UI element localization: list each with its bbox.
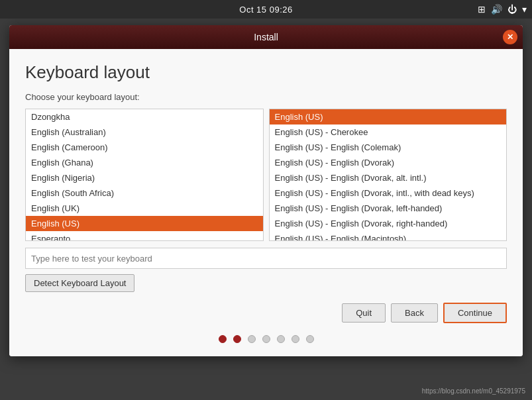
window-content: Keyboard layout Choose your keyboard lay… <box>9 49 523 356</box>
step-indicator <box>25 331 507 346</box>
network-icon: ⊞ <box>478 4 486 15</box>
step-dot-3 <box>248 335 256 343</box>
volume-icon: 🔊 <box>491 4 502 15</box>
variant-item[interactable]: English (US) - English (Dvorak, intl., w… <box>270 185 507 201</box>
layout-panels: Dzongkha English (Australian) English (C… <box>25 109 507 241</box>
step-dot-2 <box>233 335 241 343</box>
list-item[interactable]: English (Australian) <box>26 125 263 140</box>
quit-button[interactable]: Quit <box>342 303 386 323</box>
variant-item[interactable]: English (US) - English (Dvorak, right-ha… <box>270 216 507 231</box>
window-close-button[interactable]: ✕ <box>503 30 517 44</box>
list-item[interactable]: English (South Africa) <box>26 185 263 201</box>
list-item-selected[interactable]: English (US) <box>26 216 263 231</box>
chevron-down-icon: ▾ <box>522 4 527 15</box>
window-title: Install <box>254 32 278 42</box>
variant-item[interactable]: English (US) - English (Macintosh) <box>270 231 507 241</box>
list-item[interactable]: Esperanto <box>26 231 263 241</box>
power-icon: ⏻ <box>507 4 517 15</box>
list-item[interactable]: English (Nigeria) <box>26 170 263 185</box>
step-dot-1 <box>219 335 227 343</box>
list-item[interactable]: Dzongkha <box>26 109 263 125</box>
variant-item[interactable]: English (US) - English (Dvorak) <box>270 155 507 170</box>
window-titlebar: Install ✕ <box>9 25 523 49</box>
taskbar-time: Oct 15 09:26 <box>239 5 292 15</box>
language-list[interactable]: Dzongkha English (Australian) English (C… <box>25 109 264 241</box>
layout-subtitle: Choose your keyboard layout: <box>25 92 507 102</box>
page-title: Keyboard layout <box>25 62 507 83</box>
variant-list[interactable]: English (US) English (US) - Cherokee Eng… <box>269 109 507 241</box>
variant-item[interactable]: English (US) - English (Dvorak, alt. int… <box>270 170 507 185</box>
variant-item[interactable]: English (US) - Cherokee <box>270 125 507 140</box>
detect-keyboard-button[interactable]: Detect Keyboard Layout <box>25 274 134 292</box>
bottom-buttons: Quit Back Continue <box>25 303 507 323</box>
install-window: Install ✕ Keyboard layout Choose your ke… <box>9 25 523 356</box>
taskbar: Oct 15 09:26 ⊞ 🔊 ⏻ ▾ <box>0 0 532 19</box>
step-dot-7 <box>306 335 314 343</box>
list-item[interactable]: English (UK) <box>26 201 263 216</box>
variant-item[interactable]: English (US) - English (Dvorak, left-han… <box>270 201 507 216</box>
list-item[interactable]: English (Cameroon) <box>26 140 263 155</box>
taskbar-icons: ⊞ 🔊 ⏻ ▾ <box>478 0 527 19</box>
keyboard-test-input[interactable] <box>25 248 507 269</box>
back-button[interactable]: Back <box>391 303 438 323</box>
variant-item-selected[interactable]: English (US) <box>270 109 507 125</box>
variant-item[interactable]: English (US) - English (Colemak) <box>270 140 507 155</box>
watermark: https://blog.csdn.net/m0_45291975 <box>422 387 525 395</box>
list-item[interactable]: English (Ghana) <box>26 155 263 170</box>
step-dot-4 <box>262 335 270 343</box>
step-dot-5 <box>277 335 285 343</box>
step-dot-6 <box>292 335 299 343</box>
continue-button[interactable]: Continue <box>443 303 507 323</box>
